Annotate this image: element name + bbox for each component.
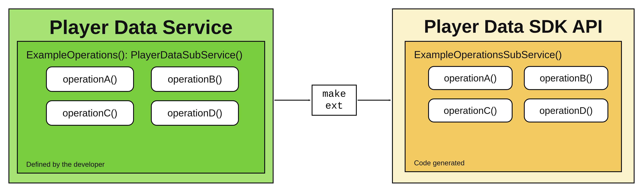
operation-b-pill: operationB() <box>151 66 239 92</box>
player-data-service-title: Player Data Service <box>18 16 264 38</box>
operation-a-pill-sdk: operationA() <box>428 66 512 90</box>
make-ext-command-box: make ext <box>312 85 357 116</box>
code-generated-note: Code generated <box>414 159 465 167</box>
example-operations-label: ExampleOperations(): PlayerDataSubServic… <box>26 49 256 61</box>
operation-d-pill: operationD() <box>151 100 239 126</box>
player-data-sdk-api-title: Player Data SDK API <box>400 16 627 36</box>
example-operations-sdk-subservice-box: ExampleOperationsSubService() operationA… <box>405 41 622 172</box>
operations-grid-right: operationA() operationB() operationC() o… <box>428 66 608 122</box>
example-operations-sdk-label: ExampleOperationsSubService() <box>414 49 614 60</box>
operation-a-pill: operationA() <box>46 66 134 92</box>
operation-d-pill-sdk: operationD() <box>524 98 608 122</box>
diagram-canvas: Player Data Service ExampleOperations():… <box>0 0 644 193</box>
operation-c-pill: operationC() <box>46 100 134 126</box>
example-operations-subservice-box: ExampleOperations(): PlayerDataSubServic… <box>17 41 265 174</box>
operations-grid-left: operationA() operationB() operationC() o… <box>46 66 239 126</box>
defined-by-developer-note: Defined by the developer <box>26 160 105 168</box>
operation-b-pill-sdk: operationB() <box>524 66 608 90</box>
operation-c-pill-sdk: operationC() <box>428 98 512 122</box>
